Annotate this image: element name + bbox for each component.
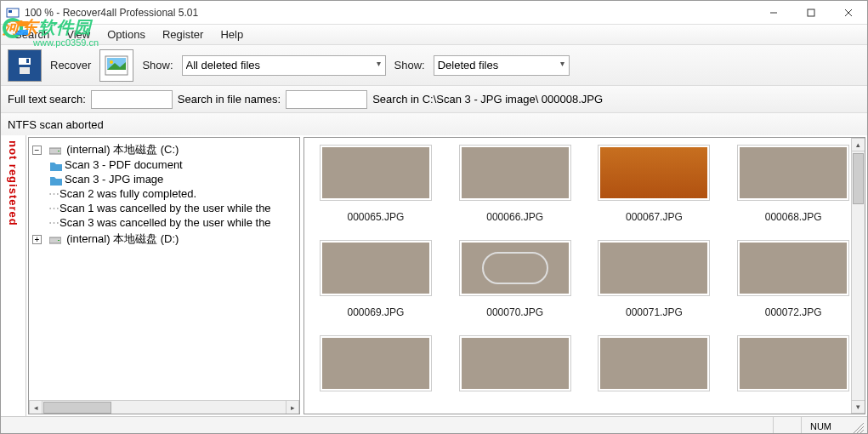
resize-grip-icon[interactable] — [850, 420, 864, 433]
thumbnail-image — [598, 240, 710, 296]
full-text-search-label: Full text search: — [8, 93, 86, 106]
thumbnail-filename: 000065.JPG — [348, 211, 405, 223]
svg-line-19 — [857, 426, 864, 433]
full-text-search-input[interactable] — [91, 90, 173, 109]
toolbar: Recover Show: All deleted files Show: De… — [1, 45, 867, 86]
svg-point-13 — [110, 60, 113, 64]
app-icon — [6, 6, 20, 20]
thumbnail-filename: 000068.JPG — [765, 211, 822, 223]
svg-rect-9 — [20, 67, 30, 74]
thumbnail-item[interactable]: 000071.JPG — [596, 240, 712, 318]
picture-icon — [105, 55, 128, 76]
thumbnail-image — [737, 145, 849, 201]
thumbnail-item[interactable]: 000072.JPG — [735, 240, 851, 318]
search-bar: Full text search: Search in file names: … — [1, 86, 867, 113]
drive-tree[interactable]: − (internal) 本地磁盘 (C:) Scan 3 - PDF docu… — [28, 137, 300, 414]
save-button[interactable] — [8, 49, 42, 82]
menu-view[interactable]: View — [58, 26, 99, 43]
menu-help[interactable]: Help — [212, 26, 252, 43]
tree-horizontal-scrollbar[interactable]: ◂ ▸ — [29, 400, 299, 414]
thumbnail-item[interactable]: 000066.JPG — [457, 145, 573, 223]
menu-register[interactable]: Register — [154, 26, 212, 43]
thumbnail-filename: 000070.JPG — [486, 306, 543, 318]
thumbnail-filename: 000066.JPG — [486, 211, 543, 223]
menu-bar: Search View Options Register Help — [1, 25, 867, 45]
thumbnail-item[interactable]: 000070.JPG — [457, 240, 573, 318]
thumbnail-panel[interactable]: 000065.JPG000066.JPG000067.JPG000068.JPG… — [304, 137, 865, 414]
scrollbar-thumb[interactable] — [43, 402, 111, 414]
tree-node[interactable]: Scan 3 - PDF document — [48, 157, 298, 172]
menu-search[interactable]: Search — [6, 26, 58, 43]
thumbnail-image — [320, 145, 432, 201]
thumbnail-item[interactable]: 000065.JPG — [318, 145, 434, 223]
scroll-down-icon[interactable]: ▾ — [852, 400, 865, 414]
tree-node[interactable]: ⋯Scan 2 was fully completed. — [48, 186, 298, 201]
minimize-button[interactable] — [755, 1, 792, 25]
tree-node-d-drive[interactable]: + (internal) 本地磁盘 (D:) — [32, 231, 298, 248]
thumbnail-item[interactable]: 000068.JPG — [735, 145, 851, 223]
svg-line-20 — [860, 430, 864, 433]
menu-options[interactable]: Options — [99, 26, 154, 43]
thumbnail-filename: 000067.JPG — [626, 211, 683, 223]
preview-button[interactable] — [99, 49, 133, 82]
status-bar: NUM — [1, 416, 867, 434]
not-registered-badge: not registered — [1, 135, 26, 416]
thumbnail-image — [320, 335, 432, 391]
drive-icon — [49, 235, 61, 245]
tree-node[interactable]: ⋯Scan 3 was cancelled by the user while … — [48, 215, 298, 230]
filename-search-label: Search in file names: — [178, 93, 281, 106]
statusbar-empty — [773, 417, 791, 434]
svg-rect-10 — [26, 59, 29, 63]
thumbnail-item[interactable] — [318, 335, 434, 391]
thumbnail-item[interactable]: 000069.JPG — [318, 240, 434, 318]
show1-select[interactable]: All deleted files — [182, 55, 386, 76]
thumbnail-item[interactable]: 000067.JPG — [596, 145, 712, 223]
no-icon: ⋯ — [48, 187, 60, 200]
recover-label: Recover — [50, 59, 91, 71]
statusbar-num: NUM — [801, 417, 840, 434]
show2-label: Show: — [394, 59, 425, 71]
drive-icon — [49, 146, 61, 156]
close-button[interactable] — [830, 1, 867, 25]
thumbnail-image — [737, 240, 849, 296]
title-bar: 100 % - Recover4all Professional 5.01 — [1, 1, 867, 25]
svg-rect-15 — [58, 151, 60, 151]
collapse-icon[interactable]: − — [32, 146, 42, 155]
scan-status-message: NTFS scan aborted — [1, 113, 867, 135]
svg-rect-2 — [9, 10, 12, 13]
thumbnail-item[interactable] — [457, 335, 573, 391]
show2-select[interactable]: Deleted files — [434, 55, 570, 76]
tree-node[interactable]: ⋯Scan 1 was cancelled by the user while … — [48, 201, 298, 215]
no-icon: ⋯ — [48, 202, 60, 214]
thumbnail-image — [737, 335, 849, 391]
tree-node-c-drive[interactable]: − (internal) 本地磁盘 (C:) Scan 3 - PDF docu… — [32, 141, 298, 231]
svg-rect-4 — [808, 9, 814, 16]
expand-icon[interactable]: + — [32, 235, 42, 244]
no-icon: ⋯ — [48, 216, 60, 229]
window-title: 100 % - Recover4all Professional 5.01 — [25, 7, 755, 19]
thumbnail-vertical-scrollbar[interactable]: ▴ ▾ — [851, 138, 865, 414]
search-path-label: Search in C:\Scan 3 - JPG image\ 000008.… — [372, 93, 603, 106]
folder-icon — [50, 175, 62, 186]
show1-label: Show: — [142, 59, 173, 71]
thumbnail-image — [459, 335, 571, 391]
thumbnail-filename: 000072.JPG — [765, 306, 822, 318]
thumbnail-image — [320, 240, 432, 296]
thumbnail-image — [459, 240, 571, 296]
floppy-icon — [14, 55, 35, 76]
maximize-button[interactable] — [792, 1, 830, 25]
scroll-up-icon[interactable]: ▴ — [852, 138, 865, 151]
thumbnail-image — [598, 145, 710, 201]
scroll-left-icon[interactable]: ◂ — [29, 401, 43, 414]
svg-rect-17 — [58, 240, 60, 241]
filename-search-input[interactable] — [286, 90, 367, 109]
tree-node[interactable]: Scan 3 - JPG image — [48, 172, 298, 186]
thumbnail-item[interactable] — [596, 335, 712, 391]
thumbnail-filename: 000071.JPG — [626, 306, 683, 318]
folder-icon — [50, 161, 62, 171]
thumbnail-image — [598, 335, 710, 391]
thumbnail-item[interactable] — [735, 335, 851, 391]
scroll-right-icon[interactable]: ▸ — [286, 401, 299, 414]
thumbnail-filename: 000069.JPG — [348, 306, 405, 318]
scrollbar-thumb[interactable] — [853, 153, 864, 204]
